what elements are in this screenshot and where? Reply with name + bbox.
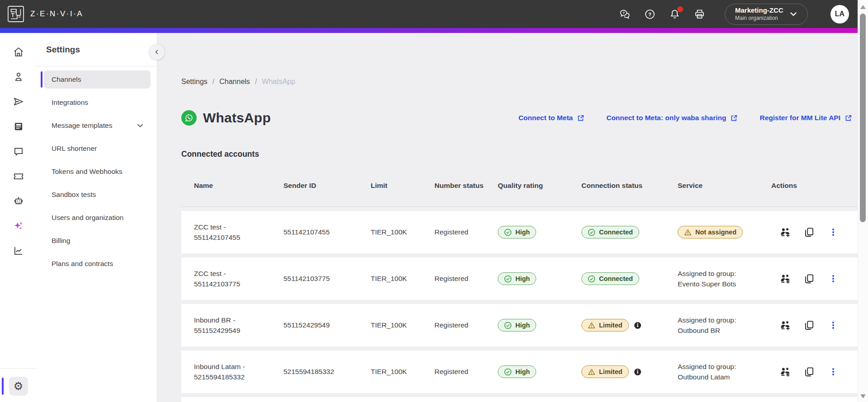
breadcrumb-separator: / <box>212 78 214 86</box>
check-circle-icon <box>504 275 512 283</box>
home-icon[interactable] <box>13 46 24 58</box>
info-icon[interactable]: i <box>634 368 642 376</box>
sidebar-item-label: Tokens and Webhooks <box>52 168 123 176</box>
service-group: Evento Super Bots <box>678 279 767 289</box>
settings-sidebar-title: Settings <box>37 33 157 55</box>
manage-users-icon[interactable] <box>779 226 791 238</box>
scrollbar-up-arrow-icon[interactable] <box>860 5 866 9</box>
zenvia-logo-icon <box>7 5 24 23</box>
user-avatar[interactable]: LA <box>830 5 849 23</box>
service-label: Assigned to group: <box>678 268 767 279</box>
help-icon[interactable]: ? <box>644 8 656 20</box>
register-mm-lite-api-link[interactable]: Register for MM Lite API <box>760 114 852 122</box>
sidebar-item-plans-contracts[interactable]: Plans and contracts <box>44 255 151 273</box>
settings-gear-button[interactable]: ⚙ <box>9 377 28 396</box>
copy-icon[interactable] <box>803 366 815 378</box>
connection-cell: Limited i <box>581 365 678 378</box>
kebab-menu-icon[interactable] <box>827 226 839 238</box>
quality-cell: High <box>498 226 581 238</box>
ai-assistant-icon[interactable] <box>13 220 24 232</box>
manage-users-icon[interactable] <box>779 273 791 285</box>
sidebar-item-users-organization[interactable]: Users and organization <box>44 209 151 227</box>
sidebar-item-message-templates[interactable]: Message templates <box>44 117 151 135</box>
content-icon[interactable] <box>13 121 24 132</box>
svg-text:?: ? <box>623 11 625 15</box>
contacts-icon[interactable] <box>13 71 24 83</box>
quality-badge: High <box>498 272 536 285</box>
rail-bottom: ⚙ <box>0 368 37 402</box>
service-label: Not assigned <box>695 229 736 236</box>
limit: TIER_100K <box>371 275 434 283</box>
brand-gradient-strip <box>0 28 868 33</box>
connection-cell: Limited i <box>581 319 678 332</box>
send-icon[interactable] <box>13 96 24 108</box>
kebab-menu-icon[interactable] <box>827 319 839 331</box>
account-name: ZCC test - 551142103775 <box>194 268 283 290</box>
info-icon[interactable]: i <box>634 322 642 329</box>
limit: TIER_100K <box>371 368 434 376</box>
breadcrumb-settings[interactable]: Settings <box>181 78 208 86</box>
warning-triangle-icon <box>588 322 595 329</box>
print-icon[interactable] <box>693 8 706 20</box>
sidebar-item-integrations[interactable]: Integrations <box>44 93 151 112</box>
kebab-menu-icon[interactable] <box>827 273 839 285</box>
page-header: WhatsApp Connect to Meta Connect to Meta… <box>181 110 852 126</box>
sidebar-item-channels[interactable]: Channels <box>44 70 151 89</box>
tickets-icon[interactable] <box>13 170 24 182</box>
service-cell: Not assigned <box>678 226 771 238</box>
sidebar-item-url-shortener[interactable]: URL shortener <box>44 140 151 158</box>
notification-badge <box>677 6 683 12</box>
connection-cell: Connected <box>581 226 678 238</box>
collapse-sidebar-button[interactable] <box>149 44 165 60</box>
breadcrumb-whatsapp: WhatsApp <box>262 78 295 86</box>
service-group: Outbound BR <box>678 325 767 336</box>
manage-users-icon[interactable] <box>779 366 791 378</box>
sidebar-item-billing[interactable]: Billing <box>44 232 151 250</box>
column-header-sender-id: Sender ID <box>283 181 371 191</box>
chat-help-icon[interactable]: ? <box>619 8 631 20</box>
quality-cell: High <box>498 272 581 285</box>
limit: TIER_100K <box>371 321 434 329</box>
svg-text:i: i <box>637 323 638 328</box>
sender-id: 551142107455 <box>283 228 371 236</box>
external-link-icon <box>730 114 738 122</box>
quality-label: High <box>515 368 530 375</box>
connection-badge: Limited <box>581 365 629 378</box>
service-group: Outbound Latam <box>678 372 767 382</box>
connect-to-meta-waba-sharing-link[interactable]: Connect to Meta: only waba sharing <box>606 114 738 122</box>
actions-cell <box>771 226 858 238</box>
sidebar-item-sandbox-tests[interactable]: Sandbox tests <box>44 186 151 204</box>
quality-label: High <box>515 229 530 236</box>
quality-badge: High <box>498 319 536 332</box>
service-label: Assigned to group: <box>678 361 767 372</box>
breadcrumb: Settings / Channels / WhatsApp <box>181 78 295 86</box>
organization-selector[interactable]: Marketing-ZCC Main organization <box>725 4 808 25</box>
kebab-menu-icon[interactable] <box>827 366 839 378</box>
quality-cell: High <box>498 365 581 378</box>
breadcrumb-channels[interactable]: Channels <box>219 78 250 86</box>
connect-to-meta-link[interactable]: Connect to Meta <box>519 114 585 122</box>
sidebar-item-label: Sandbox tests <box>52 191 96 199</box>
column-header-actions: Actions <box>771 181 858 191</box>
external-link-icon <box>844 114 852 122</box>
copy-icon[interactable] <box>803 226 815 238</box>
chatbots-icon[interactable] <box>13 195 24 207</box>
sidebar-item-tokens-webhooks[interactable]: Tokens and Webhooks <box>44 163 151 181</box>
copy-icon[interactable] <box>803 273 815 285</box>
manage-users-icon[interactable] <box>779 319 791 331</box>
sidebar-item-label: Message templates <box>52 122 112 130</box>
service-label: Assigned to group: <box>678 315 767 325</box>
zenvia-logo[interactable]: Z·E·N·V·I·A <box>7 5 83 23</box>
scrollbar-down-arrow-icon[interactable] <box>860 394 866 398</box>
link-label: Connect to Meta <box>519 114 573 122</box>
limit: TIER_100K <box>371 228 434 236</box>
notifications-bell-icon[interactable] <box>669 8 681 20</box>
analytics-icon[interactable] <box>13 245 24 257</box>
conversations-icon[interactable] <box>13 145 24 157</box>
table-row: Inbound BR - 551152429549 551152429549 T… <box>181 304 858 346</box>
scrollbar-thumb[interactable] <box>860 14 866 222</box>
copy-icon[interactable] <box>803 319 815 331</box>
breadcrumb-separator: / <box>255 78 257 86</box>
brand-text: Z·E·N·V·I·A <box>30 9 83 19</box>
sidebar-item-label: Integrations <box>52 98 88 107</box>
